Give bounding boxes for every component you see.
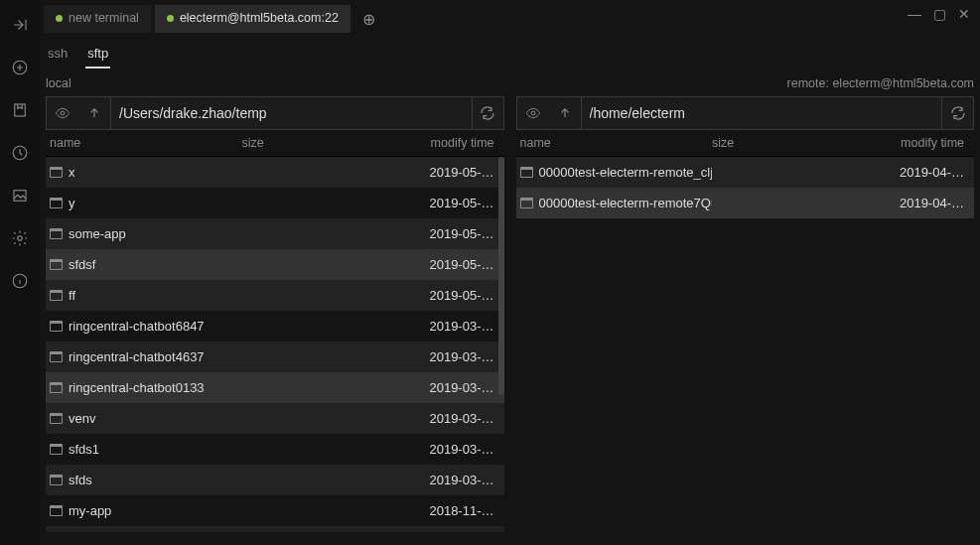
- file-name: y: [50, 196, 242, 210]
- local-table-header[interactable]: name size modify time: [46, 130, 504, 157]
- col-size[interactable]: size: [712, 136, 861, 150]
- file-name-text: my-app: [69, 503, 111, 518]
- tab-ssh[interactable]: ssh: [46, 46, 70, 68]
- tab-new-terminal[interactable]: new terminal: [44, 5, 151, 33]
- pane-labels: local remote: electerm@html5beta.com: [40, 68, 980, 96]
- file-name: sfds1: [50, 442, 242, 457]
- eye-icon[interactable]: [47, 97, 78, 129]
- table-row[interactable]: 00000test-electerm-remote_cljA…2019-04-…: [516, 157, 975, 188]
- col-name[interactable]: name: [50, 136, 242, 150]
- file-name-text: sfdsf: [69, 257, 95, 272]
- tab-label: new terminal: [69, 11, 139, 25]
- file-name: sfdsf: [50, 257, 242, 272]
- svg-point-7: [531, 111, 535, 115]
- file-mtime: 2019-05-…: [391, 288, 500, 303]
- window-controls: — ▢ ✕: [904, 4, 974, 24]
- window-close-button[interactable]: ✕: [954, 4, 974, 24]
- add-icon[interactable]: [11, 59, 29, 79]
- refresh-icon[interactable]: [941, 97, 973, 129]
- status-dot-icon: [167, 15, 174, 22]
- logo-icon: [11, 16, 29, 37]
- folder-icon: [520, 167, 533, 178]
- refresh-icon[interactable]: [472, 97, 503, 129]
- remote-table-header[interactable]: name size modify time: [516, 130, 975, 157]
- table-row[interactable]: y2019-05-…: [46, 188, 504, 218]
- file-name-text: ringcentral-chatbot6847: [69, 319, 205, 334]
- col-name[interactable]: name: [520, 136, 713, 150]
- sub-tabs: ssh sftp: [40, 38, 980, 68]
- table-row[interactable]: ringcentral-chatbot68472019-03-…: [46, 311, 504, 341]
- folder-icon: [50, 259, 63, 270]
- sidebar: [0, 0, 40, 545]
- remote-pathbar: [516, 96, 975, 130]
- file-mtime: 2019-03-…: [391, 319, 500, 334]
- col-size[interactable]: size: [242, 136, 391, 150]
- file-name: 00000test-electerm-remote_cljA…: [520, 165, 713, 180]
- table-row[interactable]: sfdsf2019-05-…: [46, 249, 504, 280]
- table-row[interactable]: my-app2018-11-…: [46, 495, 504, 526]
- table-row[interactable]: sfds2019-03-…: [46, 465, 504, 495]
- folder-icon: [50, 167, 63, 178]
- remote-path-input[interactable]: [581, 97, 942, 129]
- table-row[interactable]: sfds12019-03-…: [46, 434, 504, 465]
- file-name-text: sfds: [69, 473, 92, 487]
- file-mtime: 2019-03-…: [391, 349, 500, 364]
- file-name-text: 00000test-electerm-remote_cljA…: [539, 165, 713, 180]
- table-row[interactable]: venv2019-03-…: [46, 403, 504, 434]
- file-name-text: sfds1: [69, 442, 99, 457]
- table-row[interactable]: ringcentral-chatbot01332019-03-…: [46, 372, 504, 403]
- remote-label: remote: electerm@html5beta.com: [787, 76, 974, 90]
- remote-rows: 00000test-electerm-remote_cljA…2019-04-……: [516, 157, 975, 532]
- table-row[interactable]: ringcentral-chatbot46372019-03-…: [46, 341, 504, 372]
- window-max-button[interactable]: ▢: [929, 4, 950, 24]
- table-row[interactable]: x2019-05-…: [46, 157, 504, 188]
- table-row[interactable]: 9992019-04-…: [46, 526, 504, 532]
- svg-point-4: [18, 236, 23, 241]
- file-mtime: 2019-05-…: [391, 165, 500, 180]
- local-pathbar: [46, 96, 504, 130]
- folder-icon: [50, 198, 63, 208]
- history-icon[interactable]: [11, 144, 29, 165]
- col-mtime[interactable]: modify time: [861, 136, 970, 150]
- table-row[interactable]: 00000test-electerm-remote7Qu…2019-04-…: [516, 188, 975, 218]
- eye-icon[interactable]: [517, 97, 549, 129]
- folder-icon: [50, 444, 63, 455]
- tab-bar: new terminal electerm@html5beta.com:22 ⊕: [40, 0, 980, 38]
- col-mtime[interactable]: modify time: [391, 136, 500, 150]
- gear-icon[interactable]: [11, 229, 29, 250]
- folder-icon: [50, 382, 63, 393]
- window-min-button[interactable]: —: [904, 4, 925, 24]
- local-label: local: [46, 76, 787, 90]
- up-icon[interactable]: [549, 97, 581, 129]
- file-name-text: x: [69, 165, 75, 180]
- svg-rect-1: [15, 104, 26, 116]
- file-name: venv: [50, 411, 242, 426]
- bookmark-icon[interactable]: [11, 101, 29, 122]
- info-icon[interactable]: [11, 272, 29, 293]
- folder-icon: [50, 321, 63, 332]
- local-path-input[interactable]: [110, 97, 472, 129]
- file-name: my-app: [50, 503, 242, 518]
- file-name-text: ringcentral-chatbot4637: [69, 349, 205, 364]
- local-pane: name size modify time x2019-05-…y2019-05…: [46, 96, 504, 532]
- tab-session[interactable]: electerm@html5beta.com:22: [155, 5, 350, 33]
- file-mtime: 2019-03-…: [391, 380, 500, 395]
- file-name-text: some-app: [69, 226, 126, 241]
- table-row[interactable]: ff2019-05-…: [46, 280, 504, 311]
- folder-icon: [50, 290, 63, 301]
- file-name: some-app: [50, 226, 242, 241]
- table-row[interactable]: some-app2019-05-…: [46, 218, 504, 249]
- file-name: ringcentral-chatbot6847: [50, 319, 242, 334]
- file-mtime: 2019-03-…: [391, 473, 500, 487]
- file-name: x: [50, 165, 242, 180]
- file-mtime: 2019-05-…: [391, 257, 500, 272]
- file-name-text: venv: [69, 411, 95, 426]
- file-name: sfds: [50, 473, 242, 487]
- image-icon[interactable]: [11, 187, 29, 207]
- add-tab-button[interactable]: ⊕: [354, 6, 383, 33]
- file-name: ringcentral-chatbot0133: [50, 380, 242, 395]
- file-mtime: 2019-05-…: [391, 226, 500, 241]
- file-mtime: 2019-04-…: [861, 165, 970, 180]
- up-icon[interactable]: [78, 97, 110, 129]
- tab-sftp[interactable]: sftp: [85, 46, 110, 68]
